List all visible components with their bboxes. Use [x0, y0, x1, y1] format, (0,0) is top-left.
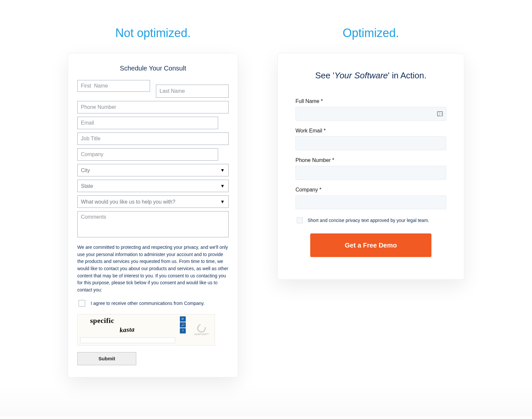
full-name-group: Full Name *	[295, 98, 446, 121]
last-name-input[interactable]	[156, 85, 229, 98]
name-row	[77, 80, 229, 98]
first-name-input[interactable]	[77, 80, 150, 92]
form-title-right: See 'Your Software' in Action.	[284, 70, 457, 81]
optimized-form-card: See 'Your Software' in Action. Full Name…	[277, 53, 464, 280]
title-italic: Your Software	[334, 70, 388, 80]
phone-label: Phone Number *	[295, 157, 446, 163]
help-select-wrap: What would you like us to help you with?…	[77, 195, 229, 208]
phone-input-right[interactable]	[295, 166, 446, 180]
optimized-column: Optimized. See 'Your Software' in Action…	[277, 26, 464, 377]
city-select[interactable]: City	[77, 164, 229, 176]
optimized-heading: Optimized.	[343, 26, 399, 40]
not-optimized-heading: Not optimized.	[115, 26, 191, 40]
form-title-left: Schedule Your Consult	[77, 65, 229, 72]
work-email-label: Work Email *	[295, 128, 446, 134]
recaptcha-icon	[196, 323, 207, 334]
full-name-label: Full Name *	[295, 98, 446, 104]
title-post: ' in Action.	[388, 70, 427, 80]
comments-textarea[interactable]	[77, 211, 229, 237]
captcha-word-1: specific	[90, 316, 175, 325]
work-email-input[interactable]	[295, 136, 446, 150]
captcha-help-icon[interactable]: ?	[180, 328, 186, 333]
privacy-paragraph: We are committed to protecting and respe…	[77, 244, 229, 294]
privacy-checkbox[interactable]	[297, 217, 303, 223]
company-group: Company *	[295, 187, 446, 209]
state-select-wrap: State ▼	[77, 180, 229, 192]
job-title-input[interactable]	[77, 132, 229, 145]
agree-row[interactable]: I agree to receive other communications …	[77, 299, 229, 308]
privacy-row[interactable]: Short and concise privacy text approved …	[295, 216, 446, 224]
captcha-input[interactable]	[80, 337, 175, 343]
captcha-controls: ⟳ 🔊 ?	[177, 314, 188, 345]
captcha-word-2: kasta	[120, 323, 175, 334]
privacy-short-text: Short and concise privacy text approved …	[308, 218, 429, 223]
state-select[interactable]: State	[77, 180, 229, 192]
city-select-wrap: City ▼	[77, 164, 229, 176]
company-label: Company *	[295, 187, 446, 193]
company-input[interactable]	[77, 148, 218, 161]
not-optimized-column: Not optimized. Schedule Your Consult Cit…	[68, 26, 238, 377]
not-optimized-form-card: Schedule Your Consult City ▼ State ▼	[68, 53, 238, 377]
work-email-group: Work Email *	[295, 128, 446, 150]
full-name-input[interactable]	[295, 107, 446, 121]
email-input[interactable]	[77, 117, 218, 129]
help-select[interactable]: What would you like us to help you with?	[77, 195, 229, 208]
agree-checkbox[interactable]	[79, 300, 85, 307]
agree-label: I agree to receive other communications …	[91, 301, 205, 306]
captcha-refresh-icon[interactable]: ⟳	[180, 316, 186, 322]
phone-input[interactable]	[77, 101, 229, 113]
phone-group: Phone Number *	[295, 157, 446, 180]
captcha-widget: specific kasta ⟳ 🔊 ? reCAPTCHA™	[77, 314, 215, 346]
title-pre: See '	[315, 70, 334, 80]
captcha-audio-icon[interactable]: 🔊	[180, 322, 186, 328]
submit-button[interactable]: Submit	[77, 352, 136, 365]
captcha-image: specific kasta	[78, 314, 177, 345]
get-demo-button[interactable]: Get a Free Demo	[310, 233, 431, 257]
company-input-right[interactable]	[295, 195, 446, 209]
contact-card-icon	[437, 111, 443, 116]
recaptcha-logo: reCAPTCHA™	[188, 314, 215, 345]
comparison-page: Not optimized. Schedule Your Consult Cit…	[0, 0, 532, 417]
recaptcha-label: reCAPTCHA™	[194, 333, 209, 335]
